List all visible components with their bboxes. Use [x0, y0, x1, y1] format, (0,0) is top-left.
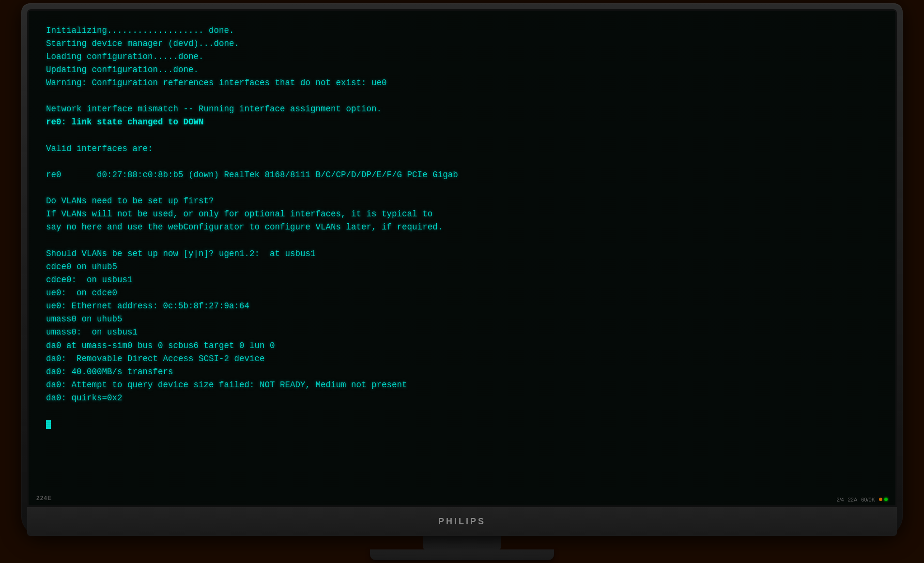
terminal-line-28: da0: quirks=0x2 — [46, 393, 123, 403]
terminal-line-18: cdce0 on uhub5 — [46, 262, 117, 272]
terminal-line-24: da0 at umass-sim0 bus 0 scbus6 target 0 … — [46, 341, 275, 350]
terminal-line-11: re0 d0:27:88:c0:8b:b5 (down) RealTek 816… — [46, 170, 458, 180]
terminal-line-13: Do VLANs need to be set up first? — [46, 196, 214, 206]
terminal-line-6: Network interface mismatch -- Running in… — [46, 104, 382, 114]
terminal-line-20: ue0: on cdce0 — [46, 288, 117, 298]
terminal-line-17: Should VLANs be set up now [y|n]? ugen1.… — [46, 249, 316, 259]
indicator-dot-1 — [879, 498, 882, 501]
terminal-line-15: say no here and use the webConfigurator … — [46, 222, 443, 232]
terminal-line-14: If VLANs will not be used, or only for o… — [46, 209, 432, 219]
status-item-1: 2/4 — [836, 497, 844, 502]
status-item-3: 60/0K — [861, 497, 875, 502]
model-label: 224E — [36, 495, 52, 502]
monitor-stand-neck — [423, 536, 501, 549]
terminal-line-22: umass0 on uhub5 — [46, 314, 123, 324]
status-item-2: 22A — [848, 497, 858, 502]
terminal-line-1: Starting device manager (devd)...done. — [46, 39, 239, 48]
indicator-dot-2 — [884, 498, 888, 501]
indicator-dots — [879, 498, 888, 501]
terminal-line-3: Updating configuration...done. — [46, 65, 199, 75]
terminal-line-23: umass0: on usbus1 — [46, 327, 138, 337]
monitor-stand-base — [370, 549, 554, 560]
terminal-line-27: da0: Attempt to query device size failed… — [46, 380, 407, 390]
terminal-screen: Initializing................... done. St… — [29, 11, 895, 505]
terminal-line-4: Warning: Configuration references interf… — [46, 78, 387, 88]
monitor-bottom-bezel: PHILIPS — [27, 507, 897, 536]
terminal-line-26: da0: 40.000MB/s transfers — [46, 367, 173, 377]
terminal-output: Initializing................... done. St… — [46, 24, 878, 431]
terminal-line-25: da0: Removable Direct Access SCSI-2 devi… — [46, 354, 265, 364]
status-bar: 2/4 22A 60/0K — [836, 497, 888, 502]
brand-label: PHILIPS — [438, 517, 486, 527]
terminal-line-21: ue0: Ethernet address: 0c:5b:8f:27:9a:64 — [46, 301, 249, 311]
terminal-line-7: re0: link state changed to DOWN — [46, 117, 204, 127]
terminal-line-19: cdce0: on usbus1 — [46, 275, 133, 285]
terminal-line-0: Initializing................... done. — [46, 26, 234, 35]
monitor: Initializing................... done. St… — [21, 3, 903, 536]
terminal-line-2: Loading configuration.....done. — [46, 52, 204, 61]
screen-bezel: Initializing................... done. St… — [27, 9, 897, 507]
terminal-line-9: Valid interfaces are: — [46, 144, 153, 153]
terminal-cursor — [46, 420, 51, 429]
